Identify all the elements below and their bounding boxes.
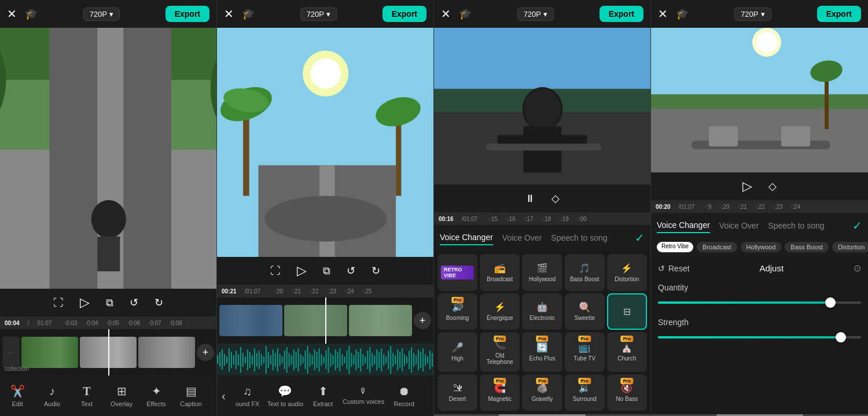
tool-audio[interactable]: ♪ Audio: [35, 380, 69, 412]
video-preview-3: [434, 28, 650, 185]
effect-tube-tv[interactable]: Pro 📺 Tube TV: [565, 332, 605, 372]
effect-desert[interactable]: 🏜 Desert: [437, 374, 477, 411]
confirm-icon[interactable]: ✓: [635, 231, 645, 245]
effect-energique[interactable]: ⚡ Énergique: [480, 293, 520, 330]
strength-slider[interactable]: [658, 332, 861, 343]
tool-text-to-audio[interactable]: 💬 Text to audio: [265, 380, 306, 412]
fullscreen-icon-2[interactable]: ⛶: [270, 265, 281, 277]
effect-settings-selected[interactable]: ⊟: [607, 293, 647, 330]
confirm-icon-4[interactable]: ✓: [852, 219, 862, 233]
effect-church[interactable]: Pro ⛪ Church: [607, 332, 647, 372]
reset-button[interactable]: ↺ Reset: [658, 264, 690, 273]
export-button-3[interactable]: Export: [599, 6, 643, 22]
effect-high[interactable]: 🎤 High: [437, 332, 477, 372]
waveform-svg: [217, 344, 433, 375]
chip-bass-boost[interactable]: Bass Boost: [785, 242, 829, 252]
svg-rect-23: [217, 355, 218, 364]
tool-text[interactable]: T Text: [69, 380, 104, 412]
back-arrow-icon[interactable]: ‹: [217, 389, 230, 403]
tool-captions[interactable]: ▤ Caption: [174, 380, 208, 412]
panel-3-header: ✕ 🎓 720P ▾ Export: [434, 0, 650, 28]
svg-rect-77: [341, 354, 343, 366]
quantity-slider[interactable]: [658, 297, 861, 308]
quality-selector[interactable]: 720P ▾: [83, 8, 120, 21]
tool-custom-voices[interactable]: 🎙 Custom voices: [340, 382, 387, 410]
svg-rect-26: [224, 354, 225, 366]
effect-sweetie[interactable]: 🍭 Sweetie: [565, 293, 605, 330]
tool-record[interactable]: ⏺ Record: [387, 380, 421, 412]
svg-rect-100: [395, 355, 396, 365]
tab-speech-to-song-4[interactable]: Speech to song: [768, 219, 824, 233]
play-button-2[interactable]: ▷: [297, 263, 307, 278]
diamond-icon[interactable]: ◇: [768, 180, 777, 193]
effect-electronic[interactable]: 🤖 Electronic: [522, 293, 562, 330]
effect-chips: Retro Vibe Broadcast Hollywood Bass Boos…: [651, 238, 868, 256]
chip-hollywood[interactable]: Hollywood: [741, 242, 782, 252]
export-button[interactable]: Export: [165, 6, 209, 22]
bookmark-icon[interactable]: ◇: [551, 192, 560, 205]
chip-broadcast[interactable]: Broadcast: [697, 242, 737, 252]
tab-voice-changer-4[interactable]: Voice Changer: [657, 218, 710, 233]
play-button[interactable]: ▷: [80, 295, 90, 310]
panel-1: ✕ 🎓 720P ▾ Export: [0, 0, 217, 416]
effect-hollywood[interactable]: 🎬 Hollywood: [522, 254, 562, 291]
quality-selector-4[interactable]: 720P ▾: [734, 8, 771, 21]
chip-retro-vibe[interactable]: Retro Vibe: [657, 242, 693, 252]
time-current-3: 00:16: [439, 216, 454, 222]
svg-rect-108: [413, 353, 414, 367]
effect-bass-boost[interactable]: 🎵 Bass Boost: [565, 254, 605, 291]
effect-retro-vibe[interactable]: RETRO VIBE: [437, 254, 477, 291]
distortion-icon: ⚡: [621, 263, 632, 274]
pip-icon-2[interactable]: ⧉: [323, 265, 330, 277]
redo-icon[interactable]: ↻: [155, 296, 163, 309]
effect-booming[interactable]: Pro 🔊 Booming: [437, 293, 477, 330]
tool-sound-fx[interactable]: ♫ ound FX: [230, 380, 265, 412]
svg-point-122: [524, 89, 561, 130]
effect-surround[interactable]: Pro 🔉 Surround: [565, 374, 605, 411]
effect-telephone[interactable]: Pro 📞 Old Telephone: [480, 332, 520, 372]
close-button-4[interactable]: ✕: [658, 7, 668, 21]
time-total: 01:07: [37, 320, 52, 326]
add-clip-button[interactable]: +: [197, 344, 214, 361]
undo-icon-2[interactable]: ↺: [347, 264, 355, 277]
redo-icon-2[interactable]: ↻: [372, 264, 380, 277]
export-button-4[interactable]: Export: [817, 6, 861, 22]
tool-edit[interactable]: ✂️ Edit: [0, 380, 35, 412]
effect-echo-plus[interactable]: Pro 🔄 Echo Plus: [522, 332, 562, 372]
picture-in-picture-icon[interactable]: ⧉: [106, 297, 113, 309]
tool-overlay[interactable]: ⊞ Overlay: [104, 380, 139, 412]
close-button[interactable]: ✕: [7, 7, 17, 21]
svg-rect-113: [425, 354, 426, 366]
export-button-2[interactable]: Export: [382, 6, 426, 22]
svg-rect-95: [383, 354, 384, 366]
tab-voice-over-4[interactable]: Voice Over: [719, 219, 759, 233]
undo-icon[interactable]: ↺: [130, 296, 138, 309]
tool-effects[interactable]: ✦ Effects: [139, 380, 174, 412]
quality-selector-3[interactable]: 720P ▾: [517, 8, 554, 21]
video-track-2c: [349, 305, 412, 336]
effect-distortion[interactable]: ⚡ Distortion: [607, 254, 647, 291]
close-button-2[interactable]: ✕: [224, 7, 234, 21]
effect-magnetic[interactable]: Pro 🧲 Magnetic: [480, 374, 520, 411]
play-button-4[interactable]: ▷: [742, 179, 752, 194]
pause-button[interactable]: ⏸: [525, 193, 535, 205]
collapse-icon[interactable]: ⊙: [854, 263, 861, 274]
svg-point-129: [756, 32, 777, 53]
time-current-4: 00:20: [656, 204, 671, 210]
svg-rect-83: [355, 349, 356, 370]
tab-speech-to-song[interactable]: Speech to song: [551, 231, 607, 245]
svg-rect-48: [275, 353, 276, 367]
effect-no-bass[interactable]: Pro 🔇 No Bass: [607, 374, 647, 411]
svg-rect-63: [310, 353, 311, 367]
effect-broadcast[interactable]: 📻 Broadcast: [480, 254, 520, 291]
tab-voice-changer[interactable]: Voice Changer: [440, 230, 493, 245]
add-clip-button-2[interactable]: +: [414, 312, 431, 329]
tab-voice-over[interactable]: Voice Over: [502, 231, 542, 245]
fullscreen-icon[interactable]: ⛶: [53, 297, 64, 309]
close-button-3[interactable]: ✕: [441, 7, 451, 21]
quality-selector-2[interactable]: 720P ▾: [300, 8, 337, 21]
chip-distortion[interactable]: Distortion: [832, 242, 868, 252]
controls-bar-4: ▷ ◇: [651, 172, 868, 200]
effect-gravelly[interactable]: Pro 🪨 Gravelly: [522, 374, 562, 411]
tool-extract[interactable]: ⬆ Extract: [306, 380, 340, 412]
